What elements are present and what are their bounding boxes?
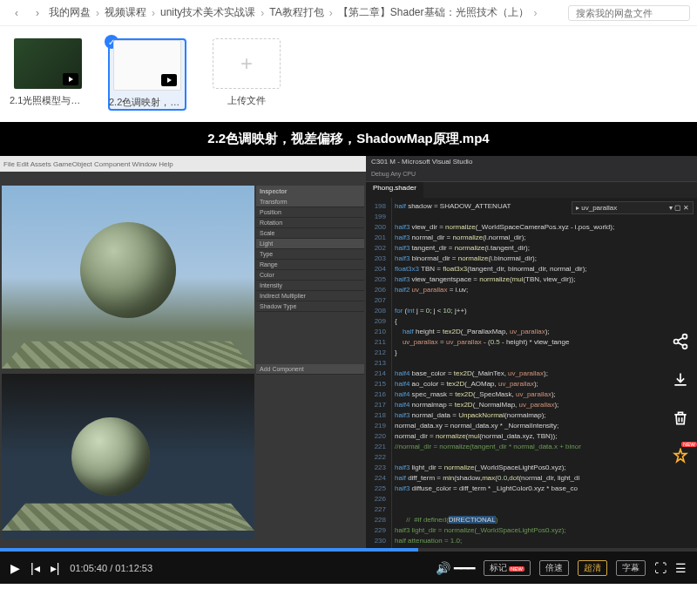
share-icon[interactable] [669, 330, 692, 353]
crumb-1[interactable]: 视频课程 [105, 5, 146, 20]
upload-label: 上传文件 [227, 94, 266, 107]
crumb-0[interactable]: 我的网盘 [49, 5, 91, 20]
svg-point-0 [683, 335, 687, 339]
vs-titlebar: C301 M - Microsoft Visual Studio [366, 156, 697, 170]
crumb-2[interactable]: unity技术美术实战课 [160, 5, 255, 20]
upload-tile[interactable]: + 上传文件 [207, 38, 286, 111]
upload-icon: + [213, 38, 281, 89]
file-thumb [113, 40, 181, 91]
side-toolbar: NEW [669, 330, 692, 468]
play-button[interactable]: ▶ [10, 561, 20, 575]
crumb-4[interactable]: 【第二章】Shader基础：光照技术（上） [338, 5, 529, 20]
play-icon [63, 73, 78, 85]
fullscreen-icon[interactable]: ⛶ [654, 561, 667, 575]
time-display: 01:05:40 / 01:12:53 [70, 563, 152, 573]
video-title: 2.2色调映射，视差偏移，ShadowMap原理.mp4 [0, 122, 697, 156]
video-player: 2.2色调映射，视差偏移，ShadowMap原理.mp4 File Edit A… [0, 122, 697, 584]
play-icon [161, 74, 177, 86]
visual-studio: C301 M - Microsoft Visual Studio Debug A… [366, 156, 697, 579]
svg-point-2 [683, 344, 687, 349]
video-frame[interactable]: File Edit Assets GameObject Component Wi… [0, 156, 697, 579]
volume-icon[interactable]: 🔊 ━━━ [436, 561, 475, 575]
video-controls: ▶ |◂ ▸| 01:05:40 / 01:12:53 🔊 ━━━ 标记NEW … [0, 552, 697, 584]
crumb-3[interactable]: TA教程打包 [269, 5, 323, 20]
svg-point-1 [674, 340, 679, 344]
quality-button[interactable]: 超清 [578, 560, 607, 576]
file-label: 2.1光照模型与法... [10, 94, 86, 107]
prev-button[interactable]: |◂ [30, 561, 40, 575]
file-label: 2.2色调映射，视... [109, 96, 186, 109]
vs-tab: Phong.shader [366, 182, 423, 198]
unity-menu: File Edit Assets GameObject Component Wi… [0, 156, 366, 172]
unity-editor: File Edit Assets GameObject Component Wi… [0, 156, 366, 579]
file-item-2[interactable]: 2.2色调映射，视... [108, 38, 186, 111]
svg-line-4 [678, 342, 683, 345]
playlist-icon[interactable]: ☰ [675, 561, 687, 575]
unity-game-view [2, 374, 254, 539]
search-input[interactable] [568, 5, 690, 21]
download-icon[interactable] [669, 369, 692, 391]
file-thumb [14, 38, 82, 89]
nav-fwd[interactable]: › [28, 3, 47, 23]
file-grid: 2.1光照模型与法... 2.2色调映射，视... + 上传文件 [0, 26, 697, 123]
next-button[interactable]: ▸| [51, 561, 60, 575]
breadcrumb-bar: ‹ › 我的网盘› 视频课程› unity技术美术实战课› TA教程打包› 【第… [0, 0, 697, 26]
vs-toolbar: Debug Any CPU [366, 170, 697, 182]
nav-back[interactable]: ‹ [7, 3, 26, 23]
delete-icon[interactable] [669, 407, 692, 430]
vs-tabs: Phong.shader [366, 182, 697, 198]
unity-scene-view [2, 186, 254, 369]
subtitle-button[interactable]: 字幕 [616, 560, 646, 576]
code-editor: 1981992002012022032042052062072082092102… [366, 198, 697, 564]
tag-button[interactable]: 标记NEW [484, 560, 531, 576]
unity-inspector: Inspector Transform Position Rotation Sc… [256, 186, 364, 569]
speed-button[interactable]: 倍速 [539, 560, 569, 576]
file-item-1[interactable]: 2.1光照模型与法... [9, 38, 87, 111]
svg-line-3 [678, 337, 683, 340]
pin-icon[interactable]: NEW [669, 445, 692, 468]
